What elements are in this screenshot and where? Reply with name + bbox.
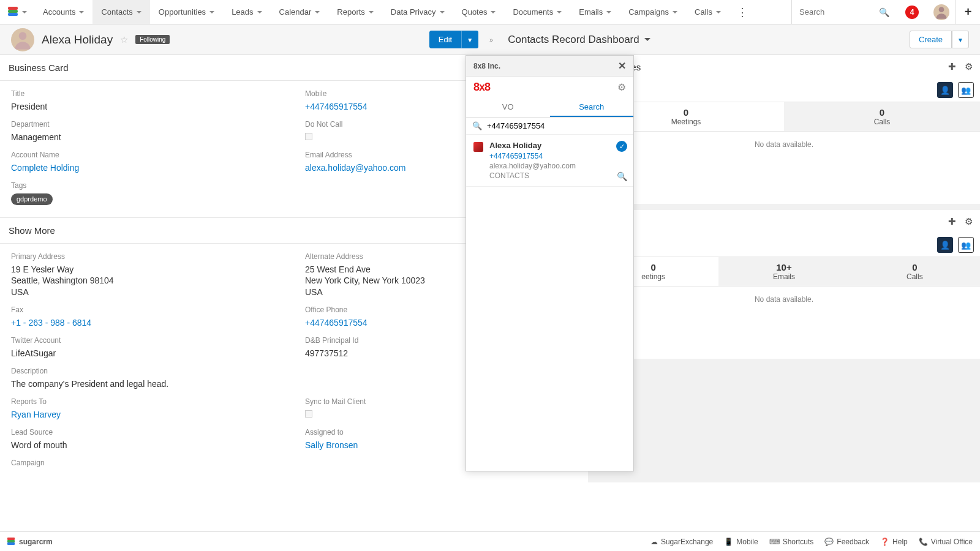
nav-emails[interactable]: Emails	[570, 0, 620, 24]
reports-to-value[interactable]: Ryan Harvey	[11, 409, 283, 421]
search-icon[interactable]: 🔍	[872, 7, 897, 17]
edit-button[interactable]: Edit	[429, 31, 461, 48]
department-label: Department	[11, 120, 283, 129]
caret-down-icon	[315, 11, 320, 13]
account-name-value[interactable]: Complete Holding	[11, 162, 283, 174]
dashboard-panel: xxActivities ✚⚙ Future 👤 👥 0Meetings 0Ca…	[588, 55, 980, 482]
8x8-panel: 8x8 Inc. ✕ 8x8 ⚙ VO Search 🔍 Alexa Holid…	[466, 55, 634, 471]
logo-icon	[7, 7, 18, 18]
8x8-search-input[interactable]	[487, 121, 627, 130]
result-icon	[473, 142, 483, 152]
primary-address-label: Primary Address	[11, 252, 283, 261]
edit-dropdown[interactable]: ▼	[461, 31, 478, 48]
addr-line: Seattle, Washington 98104	[11, 275, 283, 287]
nav-label: Reports	[337, 7, 365, 17]
plus-icon[interactable]: ✚	[948, 216, 956, 227]
nav-label: Calls	[695, 7, 712, 17]
tab-search[interactable]: Search	[550, 98, 634, 117]
caret-down-icon	[440, 11, 445, 13]
favorite-star-icon[interactable]: ☆	[120, 34, 128, 45]
8x8-logo: 8x8	[473, 81, 490, 94]
nav-documents[interactable]: Documents	[504, 0, 570, 24]
history-dashlet: ✚⚙ ys 👤 👥 0eetings 10+Emails 0Calls No d…	[588, 210, 980, 359]
close-icon[interactable]: ✕	[618, 60, 626, 72]
magnify-icon[interactable]: 🔍	[617, 171, 627, 181]
stat-calls[interactable]: 0Calls	[850, 257, 980, 286]
nav-label: Emails	[579, 7, 603, 17]
search-input[interactable]	[792, 7, 872, 17]
nav-leads[interactable]: Leads	[223, 0, 270, 24]
group-filter-icon[interactable]: 👥	[958, 237, 974, 253]
result-phone[interactable]: +447465917554	[489, 152, 626, 160]
create-button-group: Create ▼	[910, 31, 969, 48]
create-dropdown[interactable]: ▼	[952, 31, 969, 48]
addr-line: 19 E Yesler Way	[11, 264, 283, 276]
gear-icon[interactable]: ⚙	[965, 216, 973, 227]
stats-row: 0Meetings 0Calls	[588, 102, 980, 132]
plus-icon[interactable]: ✚	[948, 61, 956, 72]
record-header: Alexa Holiday ☆ Following Edit ▼ » Conta…	[0, 24, 980, 55]
caret-down-icon	[716, 11, 721, 13]
caret-down-icon	[369, 11, 374, 13]
nav-calendar[interactable]: Calendar	[271, 0, 329, 24]
title-value: President	[11, 101, 283, 113]
nav-contacts[interactable]: Contacts	[92, 0, 149, 24]
caret-down-icon	[257, 11, 262, 13]
activities-dashlet: xxActivities ✚⚙ Future 👤 👥 0Meetings 0Ca…	[588, 55, 980, 204]
sync-mail-checkbox[interactable]	[305, 410, 312, 418]
search-icon: 🔍	[472, 121, 482, 130]
nav-label: Contacts	[101, 7, 132, 17]
nav-reports[interactable]: Reports	[328, 0, 382, 24]
fax-value[interactable]: +1 - 263 - 988 - 6814	[11, 317, 283, 329]
following-badge[interactable]: Following	[135, 35, 170, 44]
twitter-value: LifeAtSugar	[11, 348, 283, 359]
search-result[interactable]: Alexa Holiday +447465917554 alexa.holida…	[466, 135, 633, 187]
stats-row: 0eetings 10+Emails 0Calls	[588, 257, 980, 287]
result-source: CONTACTS	[489, 171, 626, 180]
nav-accounts[interactable]: Accounts	[34, 0, 92, 24]
department-value: Management	[11, 132, 283, 143]
lead-source-value: Word of mouth	[11, 440, 283, 451]
caret-down-icon	[79, 11, 84, 13]
tab-vo[interactable]: VO	[466, 98, 550, 117]
caret-down-icon	[557, 11, 562, 13]
record-name: Alexa Holiday	[42, 33, 113, 47]
notification-badge[interactable]: 4	[905, 6, 919, 19]
panel-title: 8x8 Inc.	[473, 62, 500, 70]
check-icon: ✓	[616, 141, 627, 152]
app-menu[interactable]	[0, 0, 34, 24]
lead-source-label: Lead Source	[11, 428, 283, 437]
caret-down-icon	[606, 11, 611, 13]
nav-label: Documents	[513, 7, 553, 17]
user-filter-icon[interactable]: 👤	[937, 82, 953, 98]
tag-chip[interactable]: gdprdemo	[11, 193, 53, 205]
no-data-message: No data available.	[588, 287, 980, 359]
stat-calls[interactable]: 0Calls	[784, 102, 980, 131]
stat-emails[interactable]: 10+Emails	[718, 257, 849, 286]
group-filter-icon[interactable]: 👥	[958, 82, 974, 98]
nav-label: Data Privacy	[391, 7, 436, 17]
reports-to-label: Reports To	[11, 397, 283, 406]
contact-avatar	[11, 28, 34, 51]
caret-down-icon	[137, 11, 141, 13]
nav-quotes[interactable]: Quotes	[453, 0, 505, 24]
user-avatar[interactable]	[933, 4, 949, 20]
account-name-label: Account Name	[11, 151, 283, 159]
user-filter-icon[interactable]: 👤	[937, 237, 953, 253]
quick-create-button[interactable]: +	[956, 0, 980, 24]
nav-calls[interactable]: Calls	[686, 0, 729, 24]
caret-down-icon	[22, 11, 27, 13]
gear-icon[interactable]: ⚙	[617, 81, 626, 93]
nav-more-icon[interactable]: ⋮	[729, 6, 755, 19]
nav-label: Campaigns	[628, 7, 669, 17]
nav-opportunities[interactable]: Opportunities	[150, 0, 223, 24]
nav-campaigns[interactable]: Campaigns	[620, 0, 686, 24]
edit-button-group: Edit ▼	[429, 31, 478, 48]
gear-icon[interactable]: ⚙	[965, 61, 973, 72]
chevron-right-icon[interactable]: »	[486, 36, 497, 43]
no-data-message: No data available.	[588, 132, 980, 204]
nav-data-privacy[interactable]: Data Privacy	[382, 0, 453, 24]
do-not-call-checkbox[interactable]	[305, 133, 312, 140]
dashboard-title[interactable]: Contacts Record Dashboard	[508, 34, 650, 46]
create-button[interactable]: Create	[910, 31, 952, 48]
